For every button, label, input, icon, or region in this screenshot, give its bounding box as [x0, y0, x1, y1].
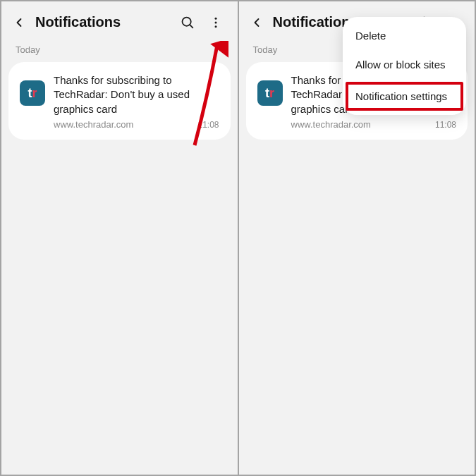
svg-point-4 — [214, 25, 216, 28]
notification-card[interactable]: tr Thanks for subscribing to TechRadar: … — [8, 62, 231, 140]
section-label: Today — [1, 39, 238, 62]
menu-item-allow-block[interactable]: Allow or block sites — [346, 50, 463, 79]
site-icon: tr — [257, 80, 283, 106]
overflow-menu: Delete Allow or block sites Notification… — [343, 17, 466, 115]
svg-line-1 — [190, 25, 193, 28]
svg-point-2 — [214, 17, 216, 19]
screenshot-left: Notifications Today tr Thanks for subscr… — [1, 1, 238, 475]
menu-item-delete[interactable]: Delete — [346, 21, 463, 50]
back-icon[interactable] — [11, 15, 27, 30]
notification-time: 11:08 — [197, 120, 219, 130]
more-icon[interactable] — [208, 15, 224, 30]
search-icon[interactable] — [180, 15, 195, 30]
header: Notifications — [1, 1, 238, 39]
card-meta: www.techradar.com 11:08 — [54, 119, 219, 130]
menu-item-notification-settings[interactable]: Notification settings — [346, 82, 463, 111]
back-icon[interactable] — [249, 15, 264, 30]
svg-point-3 — [214, 21, 216, 23]
card-meta: www.techradar.com 11:08 — [291, 119, 457, 130]
card-body: Thanks for subscribing to TechRadar: Don… — [54, 73, 219, 130]
notification-title: Thanks for subscribing to TechRadar: Don… — [54, 73, 219, 116]
notification-time: 11:08 — [435, 120, 456, 130]
screenshot-right: Notifications Today tr Thanks for subscr… — [239, 1, 475, 475]
notification-site: www.techradar.com — [291, 119, 371, 130]
header-actions — [180, 15, 224, 30]
notification-site: www.techradar.com — [54, 119, 133, 130]
page-title: Notifications — [35, 14, 180, 30]
site-icon: tr — [20, 80, 45, 106]
